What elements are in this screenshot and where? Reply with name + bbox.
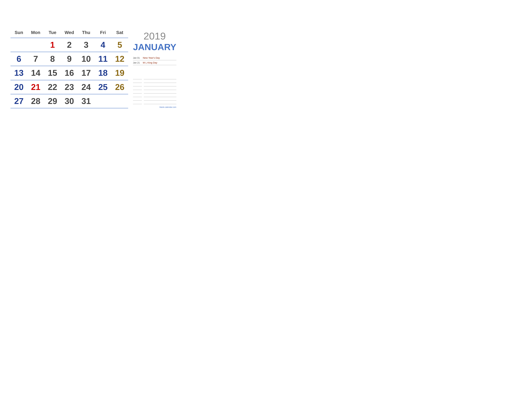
day-cell-week3-day2: 22 (44, 82, 61, 93)
header-tue: Tue (44, 29, 61, 37)
note-text-line-0 (144, 76, 176, 79)
day-cell-week4-day2: 29 (44, 96, 61, 107)
holidays-section: Jan 01New Year's DayJan 21M L King Day (133, 56, 176, 75)
header-sat: Sat (111, 29, 128, 37)
week-row-3: 20212223242526 (10, 80, 128, 94)
note-date-line-3 (133, 87, 142, 90)
note-date-line-2 (133, 84, 142, 86)
note-text-line-2 (144, 84, 176, 86)
day-cell-week3-day0: 20 (10, 82, 27, 93)
note-row-4 (133, 91, 176, 94)
day-cell-week2-day2: 15 (44, 67, 61, 78)
note-row-0 (133, 76, 176, 80)
note-text-line-6 (144, 98, 176, 101)
day-cell-week4-day1: 28 (27, 96, 44, 107)
day-cell-week3-day3: 23 (61, 82, 78, 93)
notes-lines (133, 76, 176, 105)
holiday-name-1: M L King Day (143, 61, 157, 64)
day-cell-week2-day6: 19 (111, 67, 128, 78)
footer-url: blank-calendar.com (160, 106, 176, 108)
day-cell-week1-day6: 12 (111, 53, 128, 65)
day-cell-week0-day4: 3 (78, 39, 95, 50)
note-row-1 (133, 80, 176, 84)
note-row-6 (133, 98, 176, 101)
day-cell-week1-day4: 10 (78, 53, 95, 65)
day-cell-week4-day5 (95, 96, 111, 107)
note-text-line-7 (144, 101, 176, 104)
holiday-date-1: Jan 21 (133, 61, 140, 64)
week-row-2: 13141516171819 (10, 66, 128, 80)
note-text-line-1 (144, 80, 176, 83)
day-cell-week1-day1: 7 (27, 53, 44, 65)
day-cell-week4-day0: 27 (10, 96, 27, 107)
info-panel: 2019 JANUARY Jan 01New Year's DayJan 21M… (133, 29, 176, 108)
header-fri: Fri (95, 29, 111, 37)
note-text-line-3 (144, 87, 176, 90)
header-mon: Mon (27, 29, 44, 37)
day-cell-week4-day4: 31 (78, 96, 95, 107)
day-cell-week0-day5: 4 (95, 39, 111, 50)
day-cell-week3-day5: 25 (95, 82, 111, 93)
holiday-name-0: New Year's Day (143, 56, 160, 59)
note-date-line-5 (133, 94, 142, 97)
day-cell-week3-day1: 21 (27, 82, 44, 93)
note-row-3 (133, 87, 176, 91)
note-date-line-4 (133, 91, 142, 93)
day-cell-week3-day6: 26 (111, 82, 128, 93)
day-headers: Sun Mon Tue Wed Thu Fri Sat (10, 29, 128, 37)
note-date-line-7 (133, 101, 142, 104)
day-cell-week3-day4: 24 (78, 82, 95, 93)
year-title: 2019 (133, 30, 176, 42)
day-cell-week2-day1: 14 (27, 67, 44, 78)
day-cell-week2-day3: 16 (61, 67, 78, 78)
note-row-5 (133, 94, 176, 98)
header-wed: Wed (61, 29, 78, 37)
day-cell-week4-day3: 30 (61, 96, 78, 107)
note-row-7 (133, 101, 176, 105)
calendar-main: Sun Mon Tue Wed Thu Fri Sat 123456789101… (10, 29, 167, 108)
day-cell-week0-day2: 1 (44, 39, 61, 50)
week-row-1: 6789101112 (10, 52, 128, 66)
note-text-line-5 (144, 94, 176, 97)
month-title: JANUARY (133, 42, 176, 52)
day-cell-week4-day6 (111, 96, 128, 107)
day-cell-week1-day0: 6 (10, 53, 27, 65)
day-cell-week1-day2: 8 (44, 53, 61, 65)
note-text-line-4 (144, 91, 176, 93)
day-cell-week0-day3: 2 (61, 39, 78, 50)
holiday-entry-1: Jan 21M L King Day (133, 60, 176, 65)
day-cell-week0-day0 (10, 39, 27, 50)
note-date-line-1 (133, 80, 142, 83)
note-row-2 (133, 84, 176, 87)
week-row-0: 12345 (10, 38, 128, 52)
header-thu: Thu (78, 29, 95, 37)
header-sun: Sun (10, 29, 27, 37)
day-cell-week2-day5: 18 (95, 67, 111, 78)
day-cell-week1-day5: 11 (95, 53, 111, 65)
day-cell-week2-day4: 17 (78, 67, 95, 78)
day-cell-week0-day6: 5 (111, 39, 128, 50)
calendar-grid: Sun Mon Tue Wed Thu Fri Sat 123456789101… (10, 29, 128, 108)
day-cell-week1-day3: 9 (61, 53, 78, 65)
day-cell-week0-day1 (27, 39, 44, 50)
note-date-line-6 (133, 98, 142, 101)
note-date-line-0 (133, 76, 142, 79)
holiday-entry-0: Jan 01New Year's Day (133, 56, 176, 60)
holiday-date-0: Jan 01 (133, 56, 140, 59)
all-weeks: 1234567891011121314151617181920212223242… (10, 38, 128, 108)
footer: blank-calendar.com (133, 106, 176, 108)
calendar-container: Sun Mon Tue Wed Thu Fri Sat 123456789101… (4, 24, 173, 113)
day-cell-week2-day0: 13 (10, 67, 27, 78)
week-row-4: 2728293031 (10, 94, 128, 108)
